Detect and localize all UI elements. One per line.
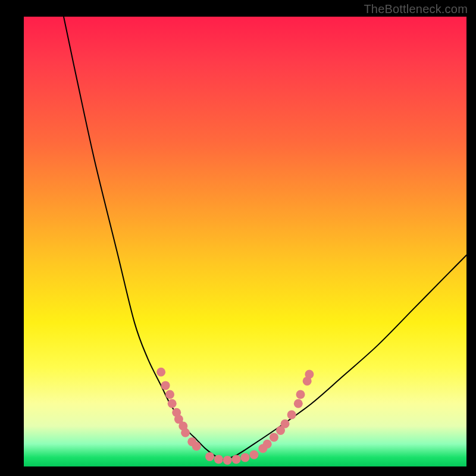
marker-left-2 <box>165 390 174 399</box>
chart-svg <box>24 17 466 466</box>
data-markers <box>156 368 314 465</box>
marker-left-0 <box>156 368 165 377</box>
marker-bottom-5 <box>249 450 258 459</box>
marker-right-7 <box>296 390 305 399</box>
marker-right-2 <box>270 433 278 441</box>
marker-right-4 <box>281 419 290 428</box>
plot-area <box>24 17 466 466</box>
marker-bottom-3 <box>232 455 241 464</box>
marker-right-5 <box>287 411 296 419</box>
right-curve-line <box>223 255 466 460</box>
marker-right-1 <box>263 440 272 449</box>
marker-left-1 <box>161 381 170 390</box>
marker-bottom-4 <box>241 453 250 462</box>
marker-bottom-0 <box>205 452 214 461</box>
chart-frame: TheBottleneck.com <box>0 0 476 476</box>
marker-left-3 <box>168 399 177 408</box>
marker-bottom-2 <box>223 456 232 465</box>
left-curve-line <box>64 17 223 460</box>
marker-right-9 <box>305 370 314 379</box>
marker-left-7 <box>181 428 190 437</box>
marker-left-9 <box>192 442 201 451</box>
marker-right-6 <box>294 399 303 408</box>
watermark-text: TheBottleneck.com <box>364 2 468 16</box>
marker-bottom-1 <box>214 455 223 464</box>
